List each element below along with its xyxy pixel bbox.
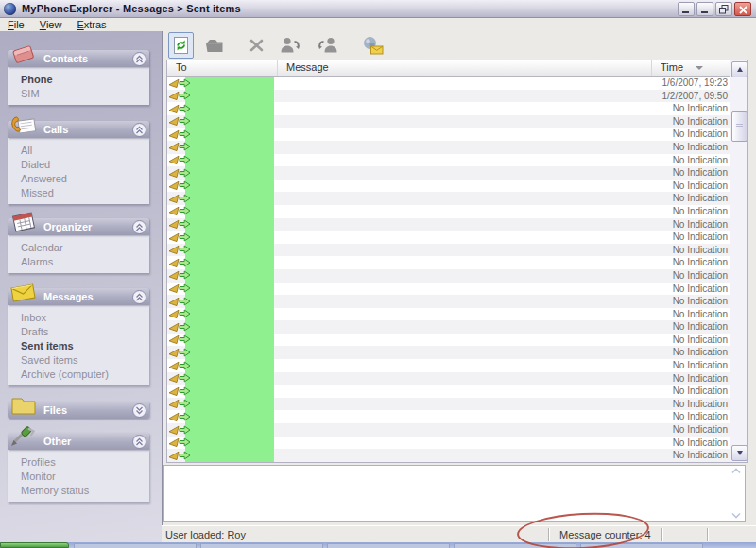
sidebar-item-profiles[interactable]: Profiles bbox=[8, 454, 149, 469]
section-header-other[interactable]: Other bbox=[8, 433, 149, 450]
table-row[interactable]: No Indication bbox=[167, 320, 731, 334]
redacted-recipient-cell bbox=[185, 218, 274, 231]
table-row[interactable]: No Indication bbox=[167, 154, 731, 167]
table-row[interactable]: No Indication bbox=[167, 423, 731, 437]
table-row[interactable]: No Indication bbox=[167, 244, 731, 257]
sidebar-item-memory-status[interactable]: Memory status bbox=[8, 483, 149, 497]
sidebar-item-sim[interactable]: SIM bbox=[8, 86, 149, 100]
sidebar-item-archive-computer[interactable]: Archive (computer) bbox=[8, 367, 149, 381]
redacted-recipient-cell bbox=[185, 334, 274, 347]
section-header-calls[interactable]: Calls bbox=[8, 121, 149, 138]
table-row[interactable]: 1/2/2007, 09:50 bbox=[167, 90, 731, 103]
redacted-recipient-cell bbox=[185, 141, 274, 154]
table-row[interactable]: No Indication bbox=[167, 437, 731, 450]
sidebar-item-answered[interactable]: Answered bbox=[8, 171, 149, 185]
table-row[interactable]: No Indication bbox=[167, 308, 731, 321]
table-row[interactable]: No Indication bbox=[167, 346, 731, 359]
taskbar-button[interactable] bbox=[200, 543, 323, 548]
menu-extras[interactable]: Extras bbox=[69, 18, 113, 31]
sidebar-item-all[interactable]: All bbox=[8, 143, 149, 157]
table-row[interactable]: No Indication bbox=[167, 385, 731, 398]
chevron-up-icon[interactable] bbox=[132, 52, 146, 66]
menu-view[interactable]: View bbox=[32, 18, 70, 31]
table-row[interactable]: No Indication bbox=[167, 205, 731, 218]
sidebar-item-saved-items[interactable]: Saved items bbox=[8, 352, 149, 367]
sidebar-item-sent-items[interactable]: Sent items bbox=[8, 338, 149, 352]
table-row[interactable]: No Indication bbox=[167, 283, 731, 296]
forward-button[interactable] bbox=[312, 32, 343, 59]
minimize-button[interactable] bbox=[678, 2, 695, 16]
table-row[interactable]: No Indication bbox=[167, 359, 731, 372]
table-row[interactable]: No Indication bbox=[167, 231, 731, 244]
sidebar-section-messages: MessagesInboxDraftsSent itemsSaved items… bbox=[8, 288, 149, 385]
scroll-down-button[interactable] bbox=[731, 445, 747, 461]
taskbar-button[interactable] bbox=[74, 543, 197, 548]
chevron-up-icon[interactable] bbox=[132, 435, 146, 449]
table-row[interactable]: No Indication bbox=[167, 295, 731, 308]
table-row[interactable]: No Indication bbox=[167, 269, 731, 283]
table-row[interactable]: No Indication bbox=[167, 102, 731, 115]
minimize-alt-icon bbox=[701, 1, 710, 18]
close-button[interactable] bbox=[734, 2, 751, 16]
toolbar bbox=[161, 31, 756, 59]
chevron-down-icon[interactable] bbox=[132, 403, 146, 418]
time-cell: No Indication bbox=[673, 192, 728, 205]
start-button[interactable] bbox=[0, 542, 69, 548]
table-row[interactable]: No Indication bbox=[167, 192, 731, 205]
table-row[interactable]: No Indication bbox=[167, 372, 731, 385]
table-row[interactable]: No Indication bbox=[167, 449, 731, 462]
taskbar-button[interactable] bbox=[327, 543, 450, 548]
sync-button[interactable] bbox=[168, 32, 194, 59]
column-header-to[interactable]: To bbox=[167, 60, 278, 76]
redacted-recipient-cell bbox=[185, 244, 274, 257]
scroll-thumb[interactable] bbox=[731, 111, 747, 142]
scroll-up-button[interactable] bbox=[731, 61, 747, 77]
sidebar-item-inbox[interactable]: Inbox bbox=[8, 310, 149, 324]
sidebar-item-missed[interactable]: Missed bbox=[8, 185, 149, 199]
sidebar-item-calendar[interactable]: Calendar bbox=[8, 240, 149, 254]
table-row[interactable]: No Indication bbox=[167, 166, 731, 180]
table-header: ToMessageTime bbox=[167, 60, 731, 77]
table-row[interactable]: No Indication bbox=[167, 410, 731, 423]
section-header-contacts[interactable]: Contacts bbox=[8, 50, 149, 67]
section-header-files[interactable]: Files bbox=[8, 402, 149, 419]
delete-button[interactable] bbox=[244, 32, 269, 59]
outgoing-arrow-icon bbox=[179, 78, 191, 88]
connect-button[interactable] bbox=[199, 32, 229, 59]
chevron-up-icon[interactable] bbox=[132, 290, 146, 304]
table-row[interactable]: No Indication bbox=[167, 398, 731, 411]
table-row[interactable]: No Indication bbox=[167, 180, 731, 193]
title-bar[interactable]: MyPhoneExplorer - Messages > Sent items bbox=[0, 0, 756, 18]
redacted-recipient-cell bbox=[185, 192, 274, 205]
table-row[interactable]: No Indication bbox=[167, 256, 731, 269]
calendar-icon bbox=[9, 210, 39, 234]
table-row[interactable]: 1/6/2007, 19:23 bbox=[167, 77, 731, 90]
outgoing-arrow-icon bbox=[179, 142, 191, 151]
sidebar-item-drafts[interactable]: Drafts bbox=[8, 324, 149, 338]
table-row[interactable]: No Indication bbox=[167, 128, 731, 141]
close-icon bbox=[739, 1, 747, 18]
sidebar-item-monitor[interactable]: Monitor bbox=[8, 469, 149, 483]
table-row[interactable]: No Indication bbox=[167, 218, 731, 231]
sidebar-item-phone[interactable]: Phone bbox=[8, 72, 149, 86]
sidebar-item-dialed[interactable]: Dialed bbox=[8, 157, 149, 171]
section-header-organizer[interactable]: Organizer bbox=[8, 218, 149, 235]
vertical-scrollbar[interactable] bbox=[730, 60, 747, 462]
table-row[interactable]: No Indication bbox=[167, 141, 731, 154]
menu-file[interactable]: File bbox=[0, 18, 32, 31]
section-header-messages[interactable]: Messages bbox=[8, 288, 149, 305]
chevron-up-icon[interactable] bbox=[132, 123, 146, 137]
outgoing-arrow-icon bbox=[179, 245, 191, 254]
message-preview-pane[interactable] bbox=[163, 465, 746, 522]
column-header-time[interactable]: Time bbox=[652, 60, 731, 76]
minimize-alt-button[interactable] bbox=[696, 2, 713, 16]
redacted-recipient-cell bbox=[185, 154, 274, 167]
chevron-up-icon[interactable] bbox=[132, 220, 146, 234]
table-row[interactable]: No Indication bbox=[167, 334, 731, 347]
column-header-message[interactable]: Message bbox=[278, 60, 652, 76]
reply-button[interactable] bbox=[275, 32, 306, 59]
sidebar-item-alarms[interactable]: Alarms bbox=[8, 254, 149, 268]
new-message-button[interactable] bbox=[358, 32, 387, 59]
restore-button[interactable] bbox=[715, 2, 732, 16]
table-row[interactable]: No Indication bbox=[167, 115, 731, 128]
